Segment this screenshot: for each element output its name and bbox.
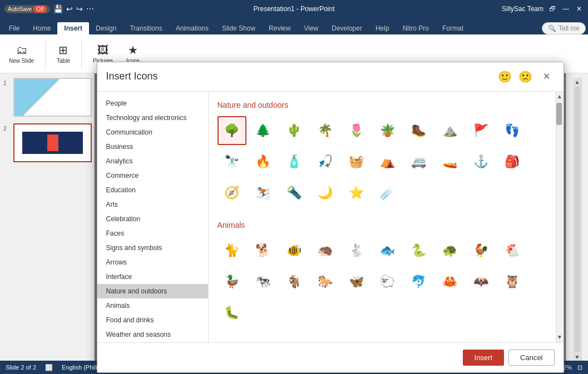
tab-help[interactable]: Help — [369, 22, 396, 34]
tab-format[interactable]: Format — [436, 22, 470, 34]
category-item-arts[interactable]: Arts — [97, 197, 208, 212]
tab-view[interactable]: View — [297, 22, 325, 34]
icon-moon[interactable]: 🌙 — [311, 178, 340, 207]
table-btn[interactable]: ⊞ Table — [52, 41, 75, 66]
icon-sheep[interactable]: 🐑 — [373, 267, 402, 296]
close-btn[interactable]: ✕ — [575, 4, 584, 13]
icon-bottle[interactable]: 🧴 — [280, 147, 309, 176]
category-item-signs[interactable]: Signs and symbols — [97, 241, 208, 255]
insert-button[interactable]: Insert — [463, 350, 505, 366]
tab-animations[interactable]: Animations — [169, 22, 215, 34]
icon-rabbit[interactable]: 🐇 — [342, 236, 371, 265]
icon-footprint[interactable]: 👣 — [498, 116, 527, 145]
slide-thumb-2[interactable] — [13, 123, 92, 162]
category-item-people[interactable]: People — [97, 96, 208, 111]
icon-mountain[interactable]: ⛰️ — [436, 116, 465, 145]
right-scroll-up[interactable]: ▲ — [574, 78, 581, 86]
tab-developer[interactable]: Developer — [325, 22, 369, 34]
icon-tree[interactable]: 🌳 — [218, 116, 246, 145]
tab-file[interactable]: File — [2, 22, 26, 34]
category-item-animals[interactable]: Animals — [97, 298, 208, 313]
category-item-analytics[interactable]: Analytics — [97, 154, 208, 168]
restore-btn[interactable]: 🗗 — [548, 4, 557, 13]
customize-icon[interactable]: ⋯ — [86, 4, 94, 13]
icon-duck[interactable]: 🦆 — [218, 267, 246, 296]
icon-flag-pole[interactable]: 🚩 — [467, 116, 496, 145]
icon-bat[interactable]: 🦇 — [467, 267, 496, 296]
icon-plant[interactable]: 🪴 — [373, 116, 402, 145]
cancel-button[interactable]: Cancel — [508, 350, 554, 366]
scroll-up-btn[interactable]: ▲ — [556, 93, 564, 101]
category-item-business[interactable]: Business — [97, 139, 208, 154]
icon-hedgehog[interactable]: 🦔 — [311, 236, 340, 265]
icon-anchor[interactable]: ⚓ — [467, 147, 496, 176]
icon-cactus[interactable]: 🌵 — [280, 116, 309, 145]
icon-boat[interactable]: 🚤 — [436, 147, 465, 176]
icon-camper[interactable]: 🚐 — [404, 147, 433, 176]
scroll-thumb[interactable] — [556, 103, 562, 125]
icon-bug[interactable]: 🐛 — [218, 298, 246, 327]
undo-icon[interactable]: ↩ — [66, 4, 73, 13]
redo-icon[interactable]: ↪ — [76, 4, 83, 13]
category-item-communication[interactable]: Communication — [97, 125, 208, 139]
tab-review[interactable]: Review — [262, 22, 297, 34]
icon-cow[interactable]: 🐄 — [249, 267, 278, 296]
tab-nitropro[interactable]: Nitro Pro — [396, 22, 436, 34]
tab-insert[interactable]: Insert — [57, 22, 89, 34]
icon-snake[interactable]: 🐍 — [404, 236, 433, 265]
tab-transitions[interactable]: Transitions — [123, 22, 169, 34]
tab-slideshow[interactable]: Slide Show — [215, 22, 262, 34]
category-item-celebration[interactable]: Celebration — [97, 212, 208, 226]
icon-dog[interactable]: 🐕 — [249, 236, 278, 265]
category-item-faces[interactable]: Faces — [97, 226, 208, 241]
slide-thumb-1[interactable] — [13, 78, 92, 117]
save-icon[interactable]: 💾 — [53, 4, 63, 13]
icon-binoculars[interactable]: 🔭 — [218, 147, 246, 176]
smiley-happy-icon[interactable]: 🙂 — [498, 70, 512, 83]
smiley-unhappy-icon[interactable]: 🙁 — [518, 70, 532, 83]
dialog-close-btn[interactable]: ✕ — [539, 69, 555, 84]
category-item-education[interactable]: Education — [97, 183, 208, 197]
category-item-food[interactable]: Food and drinks — [97, 313, 208, 327]
new-slide-btn[interactable]: 🗂 New Slide — [4, 42, 38, 66]
icon-fish[interactable]: 🐟 — [373, 236, 402, 265]
icon-fishing[interactable]: 🎣 — [311, 147, 340, 176]
icon-cat[interactable]: 🐈 — [218, 236, 246, 265]
icon-comet[interactable]: ☄️ — [373, 178, 402, 207]
icon-picnic[interactable]: 🧺 — [342, 147, 371, 176]
icon-turtle[interactable]: 🐢 — [436, 236, 465, 265]
icon-tulip[interactable]: 🌷 — [342, 116, 371, 145]
icon-crab[interactable]: 🦀 — [436, 267, 465, 296]
category-item-interface[interactable]: Interface — [97, 270, 208, 284]
icon-compass[interactable]: 🧭 — [218, 178, 246, 207]
scroll-down-btn[interactable]: ▼ — [556, 333, 564, 341]
fit-slide-icon[interactable]: ⊡ — [577, 364, 582, 371]
tab-home[interactable]: Home — [26, 22, 57, 34]
icon-fish-bowl[interactable]: 🐠 — [280, 236, 309, 265]
icon-campfire[interactable]: 🔥 — [249, 147, 278, 176]
icon-chicken[interactable]: 🐔 — [498, 236, 527, 265]
icon-tent[interactable]: ⛺ — [373, 147, 402, 176]
minimize-btn[interactable]: — — [561, 4, 570, 13]
icon-stars[interactable]: ⭐ — [342, 178, 371, 207]
tab-design[interactable]: Design — [89, 22, 123, 34]
icon-goat[interactable]: 🐐 — [280, 267, 309, 296]
icon-dolphin[interactable]: 🐬 — [404, 267, 433, 296]
icon-butterfly[interactable]: 🦋 — [342, 267, 371, 296]
icon-skis[interactable]: ⛷️ — [249, 178, 278, 207]
icon-owl[interactable]: 🦉 — [498, 267, 527, 296]
right-scroll-down[interactable]: ▼ — [574, 353, 581, 361]
category-item-weather[interactable]: Weather and seasons — [97, 327, 208, 342]
icon-lantern[interactable]: 🔦 — [280, 178, 309, 207]
ribbon-search[interactable]: 🔍 Tell me — [542, 22, 586, 34]
icon-palm[interactable]: 🌴 — [311, 116, 340, 145]
category-item-nature[interactable]: Nature and outdoors — [97, 284, 208, 298]
icon-hiker[interactable]: 🥾 — [404, 116, 433, 145]
autosave-toggle[interactable]: Off — [33, 6, 46, 13]
icon-backpack[interactable]: 🎒 — [498, 147, 527, 176]
category-item-arrows[interactable]: Arrows — [97, 255, 208, 270]
icon-horse[interactable]: 🐎 — [311, 267, 340, 296]
category-item-technology[interactable]: Technology and electronics — [97, 111, 208, 125]
icon-rooster[interactable]: 🐓 — [467, 236, 496, 265]
icon-evergreen[interactable]: 🌲 — [249, 116, 278, 145]
